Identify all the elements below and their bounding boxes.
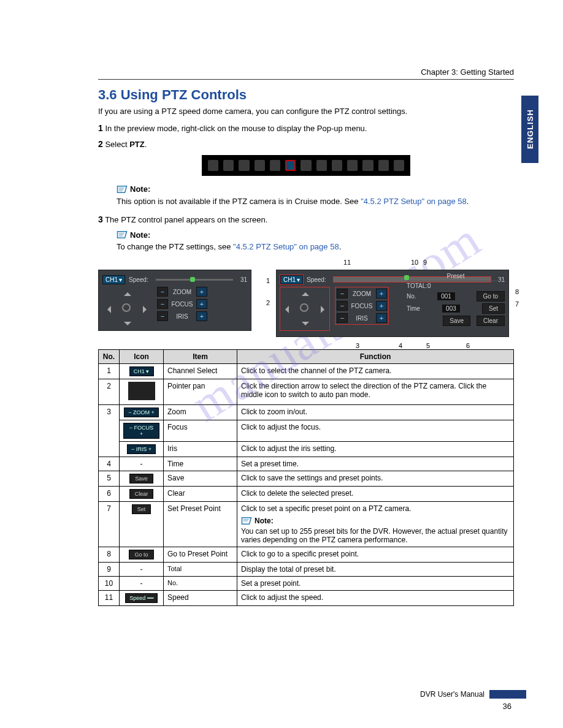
language-tab: ENGLISH <box>521 96 538 163</box>
folder-icon <box>378 160 389 171</box>
focus-label: FOCUS <box>170 301 194 308</box>
cell-no: 10 <box>99 577 120 591</box>
cell-func: Click to select the channel of the PTZ c… <box>237 364 514 379</box>
speed-label: Speed: <box>129 276 148 283</box>
cell-func: Click to save the settings and preset po… <box>237 471 514 487</box>
channel-select: CH1 ▾ <box>280 275 303 284</box>
cell-no: 7 <box>99 502 120 547</box>
iris-plus: + <box>196 311 207 321</box>
goto-icon: Go to <box>129 550 153 559</box>
cell-icon: Go to <box>120 547 164 563</box>
note-icon <box>117 230 128 239</box>
note-1-link[interactable]: "4.5.2 PTZ Setup" on page 58 <box>361 197 467 206</box>
note-1-text-b: . <box>467 197 469 206</box>
home-icon <box>208 160 218 171</box>
row7-note-label: Note: <box>255 517 274 525</box>
step-3: 3 The PTZ control panel appears on the s… <box>98 214 514 224</box>
cell-item: Clear <box>164 487 237 502</box>
cell-item: Go to Preset Point <box>164 547 237 563</box>
table-row: 11 Speed ━━ Speed Click to adjust the sp… <box>99 591 514 606</box>
cell-icon: − IRIS + <box>120 442 164 457</box>
cell-icon: CH1 ▾ <box>120 364 164 379</box>
function-table: No. Icon Item Function 1 CH1 ▾ Channel S… <box>98 349 514 606</box>
note-1: Note: This option is not available if th… <box>117 184 514 206</box>
channel-select: CH1 ▾ <box>102 275 125 284</box>
cell-no: 1 <box>99 364 120 379</box>
cell-func: Click to go to a specific preset point. <box>237 547 514 563</box>
speed-label: Speed: <box>307 276 326 283</box>
th-no: No. <box>99 350 120 364</box>
step-2-bold: PTZ <box>129 140 145 149</box>
dpad-icon <box>128 382 155 400</box>
row7-func-text: Click to set a specific preset point on … <box>241 504 411 513</box>
ptz-panel-basic: CH1 ▾ Speed: 31 −ZOOM+ −FOCUS+ −IRIS+ <box>98 270 251 331</box>
cell-item: Set Preset Point <box>164 502 237 547</box>
cell-icon: − ZOOM + <box>120 405 164 420</box>
cell-icon <box>120 379 164 405</box>
note-2-link[interactable]: "4.5.2 PTZ Setup" on page 58 <box>233 242 339 251</box>
cell-no: 5 <box>99 471 120 487</box>
grid1-icon <box>239 160 249 171</box>
cell-icon: - <box>120 457 164 471</box>
ptz-panels-row: CH1 ▾ Speed: 31 −ZOOM+ −FOCUS+ −IRIS+ 11… <box>98 270 514 337</box>
cell-icon: − FOCUS + <box>120 420 164 442</box>
zoom-label: ZOOM <box>170 289 194 295</box>
focus-minus: − <box>157 299 168 309</box>
cell-item: Speed <box>164 591 237 606</box>
popup-toolbar-screenshot <box>202 155 410 176</box>
callout-6: 6 <box>466 342 470 349</box>
iris-label: IRIS <box>170 313 194 320</box>
cell-func: Click to set a specific preset point on … <box>237 502 514 547</box>
zoom-plus: + <box>376 289 387 298</box>
callout-7: 7 <box>515 300 519 308</box>
table-row: 8 Go to Go to Preset Point Click to go t… <box>99 547 514 563</box>
iris-label: IRIS <box>350 315 373 322</box>
footer-bar-icon <box>489 690 526 699</box>
row7-note-body: You can set up to 255 preset bits for th… <box>241 527 510 544</box>
direction-pad <box>102 287 151 330</box>
cell-item: Total <box>164 563 237 577</box>
section-title: 3.6 Using PTZ Controls <box>98 87 514 103</box>
focus-minus: − <box>337 301 348 311</box>
iris-icon: − IRIS + <box>127 444 156 454</box>
table-row: 10 - No. Set a preset point. <box>99 577 514 591</box>
preset-header: Preset <box>407 273 505 281</box>
note-2-text-b: . <box>339 242 342 251</box>
save-icon: Save <box>129 474 153 483</box>
cell-func: Click to delete the selected preset. <box>237 487 514 502</box>
focus-icon: − FOCUS + <box>123 423 159 439</box>
callout-8: 8 <box>515 288 519 295</box>
row7-note: Note: You can set up to 255 preset bits … <box>241 517 510 544</box>
callout-11: 11 <box>343 259 351 266</box>
preset-time-label: Time <box>407 305 420 312</box>
table-row: 9 - Total Display the total of preset bi… <box>99 563 514 577</box>
function-table-wrap: No. Icon Item Function 1 CH1 ▾ Channel S… <box>98 349 514 606</box>
preset-no-label: No. <box>407 293 416 300</box>
note-2-text-a: To change the PTZ settings, see <box>117 242 233 251</box>
cell-no: 2 <box>99 379 120 405</box>
table-row: 1 CH1 ▾ Channel Select Click to select t… <box>99 364 514 379</box>
step-3-number: 3 <box>98 214 103 224</box>
focus-plus: + <box>376 301 387 311</box>
rec-icon <box>347 160 358 171</box>
cell-item: Save <box>164 471 237 487</box>
callout-9: 9 <box>423 259 427 266</box>
intro-paragraph: If you are using a PTZ speed dome camera… <box>98 107 514 116</box>
zoom-minus: − <box>157 287 168 297</box>
cell-icon: - <box>120 563 164 577</box>
table-row: 5 Save Save Click to save the settings a… <box>99 471 514 487</box>
step-1-number: 1 <box>98 123 103 133</box>
direction-pad <box>280 287 329 330</box>
table-row: 3 − ZOOM + Zoom Click to zoom in/out. <box>99 405 514 420</box>
cell-no: 11 <box>99 591 120 606</box>
footer-text: DVR User's Manual <box>420 690 484 699</box>
note-2-label-text: Note: <box>130 230 150 240</box>
ptz-panel-annotated-wrap: 11 10 9 1 2 3 4 5 6 7 8 CH1 ▾ Speed: 31 … <box>276 270 509 337</box>
cell-func: Display the total of preset bit. <box>237 563 514 577</box>
callout-4: 4 <box>399 342 402 349</box>
capture-icon <box>362 160 373 171</box>
save-button: Save <box>443 316 470 326</box>
clear-button: Clear <box>477 316 505 326</box>
th-item: Item <box>164 350 237 364</box>
preset-no-value: 001 <box>437 292 455 300</box>
